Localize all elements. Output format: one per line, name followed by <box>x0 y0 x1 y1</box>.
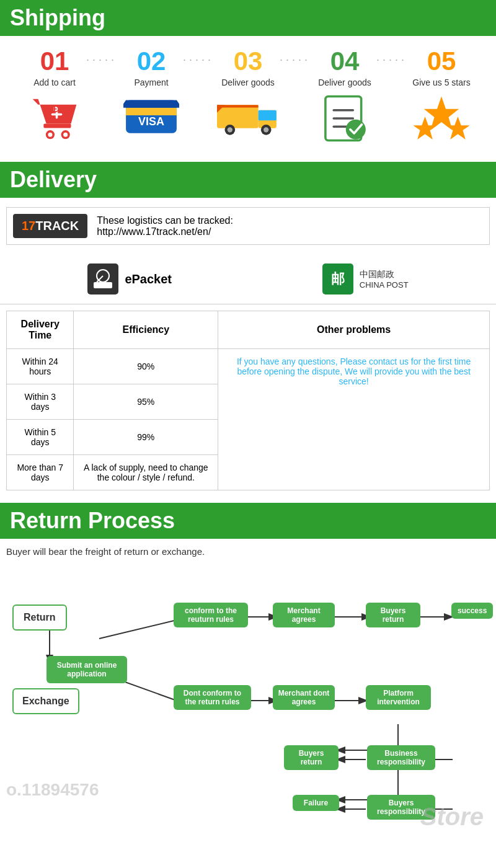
stars-icon <box>414 94 469 140</box>
step-03-number: 03 <box>234 48 263 74</box>
chinapost-chinese: 中国邮政 <box>360 269 409 280</box>
eff-95: 95% <box>74 384 218 420</box>
delivery-header: Delivery <box>0 162 496 198</box>
delivery-section: Delivery 17TRACK These logistics can be … <box>0 162 496 490</box>
col-header-time: Delivery Time <box>7 311 74 349</box>
shipping-steps: 01 Add to cart · · · · · 02 <box>0 36 496 149</box>
svg-rect-32 <box>87 264 118 294</box>
svg-point-21 <box>264 127 268 132</box>
checklist-icon <box>320 94 370 143</box>
dont-conform-node: Dont conform to the return rules <box>174 685 251 710</box>
col-header-problems: Other problems <box>218 311 490 349</box>
return-process-section: Return Process Buyer will bear the freig… <box>0 503 496 843</box>
shipping-section: Shipping 01 Add to cart · · · · <box>0 0 496 149</box>
svg-text:VISA: VISA <box>138 115 164 128</box>
merchant-agrees-node: Merchant agrees <box>273 603 335 627</box>
time-5d: Within 5 days <box>7 420 74 455</box>
track-bar: 17TRACK These logistics can be tracked: … <box>6 207 490 245</box>
eff-7d: A lack of supply, need to change the col… <box>74 455 218 490</box>
return-process-header: Return Process <box>0 503 496 539</box>
delivery-table: Delivery Time Efficiency Other problems … <box>6 311 490 490</box>
step-02: 02 Payment VISA · · · · · <box>108 48 195 137</box>
svg-marker-14 <box>123 100 179 107</box>
step-03-label: Deliver goods <box>221 78 275 87</box>
visa-icon: VISA <box>123 94 179 137</box>
platform-node: Platform intervention <box>366 685 431 710</box>
step-05: 05 Give us 5 stars <box>398 48 485 140</box>
success-node: success <box>451 603 493 619</box>
svg-marker-29 <box>424 96 459 130</box>
submit-node: Submit an online application <box>46 656 127 683</box>
svg-line-39 <box>99 620 177 639</box>
svg-rect-17 <box>259 110 277 121</box>
step-04-label: Deliver goods <box>318 78 371 87</box>
track-info: These logistics can be tracked: http://w… <box>97 215 233 237</box>
svg-point-4 <box>48 133 52 137</box>
epacket-icon <box>87 264 118 294</box>
svg-rect-15 <box>217 105 259 128</box>
step-03: 03 Deliver goods · · · · · <box>205 48 291 137</box>
watermark-number: o.11894576 <box>6 780 99 800</box>
chinapost-text: 中国邮政 CHINA POST <box>360 269 409 290</box>
buyers-return-top-node: Buyers return <box>366 603 420 627</box>
svg-rect-35 <box>94 282 112 288</box>
step-01-label: Add to cart <box>33 78 76 87</box>
epacket-area: ePacket <box>87 264 172 294</box>
other-problems-cell: If you have any questions, Please contac… <box>218 349 490 490</box>
truck-icon <box>217 94 279 137</box>
col-header-efficiency: Efficiency <box>74 311 218 349</box>
track-logo-17: 17 <box>22 219 35 232</box>
eff-90: 90% <box>74 349 218 384</box>
step-04: 04 Deliver goods · · · · · <box>301 48 388 143</box>
business-resp-node: Business responsibility <box>367 745 435 770</box>
svg-rect-12 <box>126 108 177 115</box>
step-01-number: 01 <box>40 48 69 74</box>
time-24h: Within 24 hours <box>7 349 74 384</box>
chinapost-icon: 邮 <box>322 264 353 294</box>
chinapost-label: CHINA POST <box>360 280 409 290</box>
step-02-label: Payment <box>134 78 168 87</box>
time-7d: More than 7 days <box>7 455 74 490</box>
merchant-dont-node: Merchant dont agrees <box>273 685 335 710</box>
svg-text:邮: 邮 <box>331 271 345 286</box>
exchange-node: Exchange <box>12 688 79 714</box>
svg-point-28 <box>346 120 366 140</box>
return-diagram: Return Exchange Submit an online applica… <box>0 564 496 843</box>
track-url: http://www.17track.net/en/ <box>97 226 233 237</box>
buyers-resp-node: Buyers responsibility <box>367 795 435 820</box>
buyers-return-mid-node: Buyers return <box>284 745 339 770</box>
svg-rect-0 <box>43 124 71 128</box>
return-intro: Buyer will bear the freight of return or… <box>0 539 496 564</box>
chinapost-area: 邮 中国邮政 CHINA POST <box>322 264 409 294</box>
eff-99: 99% <box>74 420 218 455</box>
svg-rect-7 <box>51 113 63 116</box>
time-3d: Within 3 days <box>7 384 74 420</box>
step-04-number: 04 <box>330 48 360 74</box>
track-logo-track: TRACK <box>35 219 79 232</box>
return-node: Return <box>12 604 67 631</box>
track-text: These logistics can be tracked: <box>97 215 233 226</box>
epacket-label: ePacket <box>125 272 172 286</box>
failure-node: Failure <box>293 795 339 811</box>
svg-point-5 <box>63 133 68 137</box>
step-05-label: Give us 5 stars <box>412 78 470 87</box>
shipping-header: Shipping <box>0 0 496 36</box>
step-05-number: 05 <box>427 48 456 74</box>
carriers-row: ePacket 邮 中国邮政 CHINA POST <box>0 254 496 304</box>
step-02-number: 02 <box>137 48 166 74</box>
conform-node: conform to the reuturn rules <box>174 603 248 627</box>
step-01: 01 Add to cart · · · · · <box>11 48 98 140</box>
cart-icon <box>27 94 82 140</box>
svg-point-19 <box>228 127 232 132</box>
table-row: Within 24 hours 90% If you have any ques… <box>7 349 490 384</box>
